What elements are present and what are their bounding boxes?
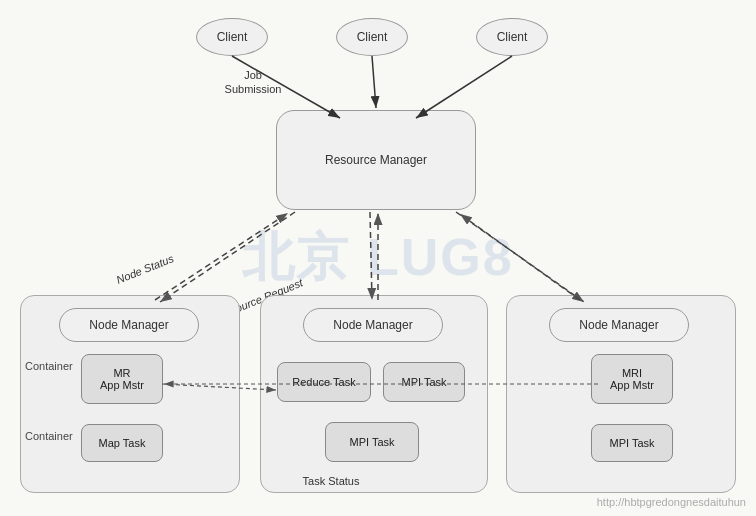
svg-line-11 <box>460 214 580 300</box>
node-container-right: Node Manager MRIApp Mstr MPI Task <box>506 295 736 493</box>
container-label-1: Container <box>25 360 73 372</box>
mr-app-mstr-box: MRApp Mstr <box>81 354 163 404</box>
container-label-2: Container <box>25 430 73 442</box>
node-manager-center: Node Manager <box>303 308 443 342</box>
node-container-left: Node Manager Container MRApp Mstr Contai… <box>20 295 240 493</box>
node-status-label: Node Status <box>101 246 190 293</box>
job-submission-label: JobSubmission <box>218 68 288 97</box>
mpi-task-right-box: MPI Task <box>591 424 673 462</box>
svg-line-8 <box>370 212 372 300</box>
map-task-box: Map Task <box>81 424 163 462</box>
footer-url: http://hbtpgredongnesdaituhun <box>597 496 746 508</box>
node-manager-left: Node Manager <box>59 308 199 342</box>
mri-app-mstr-box: MRIApp Mstr <box>591 354 673 404</box>
task-status-label: Task Status <box>281 474 381 488</box>
node-manager-right: Node Manager <box>549 308 689 342</box>
node-container-center: Node Manager Reduce Task MPI Task MPI Ta… <box>260 295 488 493</box>
mpi-task-bottom-center-box: MPI Task <box>325 422 419 462</box>
svg-line-10 <box>456 212 584 302</box>
mpi-task-top-center-box: MPI Task <box>383 362 465 402</box>
client-2: Client <box>336 18 408 56</box>
reduce-task-box: Reduce Task <box>277 362 371 402</box>
svg-line-5 <box>416 56 512 118</box>
diagram: 北京 LUG8 <box>0 0 756 516</box>
client-3: Client <box>476 18 548 56</box>
client-1: Client <box>196 18 268 56</box>
svg-line-4 <box>372 56 376 108</box>
resource-manager-box: Resource Manager <box>276 110 476 210</box>
